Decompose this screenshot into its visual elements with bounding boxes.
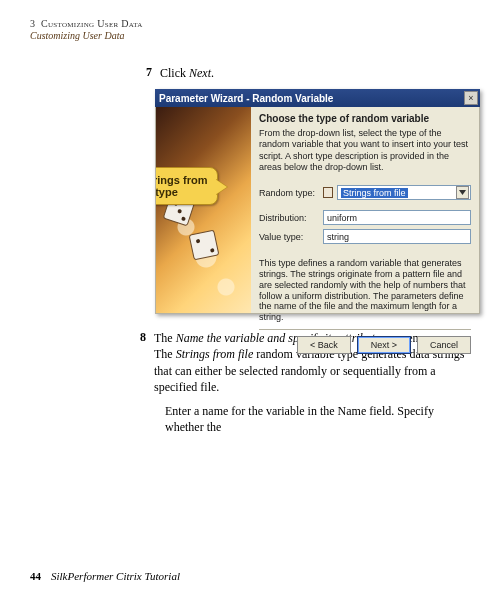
step7-trail: .	[211, 66, 214, 80]
type-description: This type defines a random variable that…	[259, 258, 471, 323]
label-distribution: Distribution:	[259, 213, 319, 223]
value-type-field[interactable]: string	[323, 229, 471, 244]
label-random-type: Random type:	[259, 188, 319, 198]
value-type-value: string	[327, 232, 349, 242]
step-number: 8	[140, 330, 146, 395]
field-value-type: Value type: string	[259, 229, 471, 244]
page-number: 44	[30, 570, 41, 582]
chapter-title: Customizing User Data	[41, 18, 143, 29]
back-button[interactable]: < Back	[297, 336, 351, 354]
next-button[interactable]: Next >	[357, 336, 411, 354]
manual-page: 3 Customizing User Data Customizing User…	[0, 0, 500, 600]
wizard-button-row: < Back Next > Cancel	[259, 329, 471, 354]
dice-icon	[189, 230, 220, 261]
page-footer: 44 SilkPerformer Citrix Tutorial	[30, 570, 180, 582]
callout-line1: Select Strings from	[156, 174, 211, 186]
manual-title: SilkPerformer Citrix Tutorial	[51, 570, 180, 582]
wizard-sidebar-image: Select Strings from file type	[156, 107, 251, 313]
wizard-title: Parameter Wizard - Random Variable	[159, 93, 333, 104]
dropdown-icon[interactable]	[456, 186, 469, 199]
distribution-value: uniform	[327, 213, 357, 223]
random-type-dropdown[interactable]: Strings from file	[337, 185, 471, 200]
type-icon	[323, 187, 333, 198]
t: The	[154, 331, 176, 345]
wizard-titlebar: Parameter Wizard - Random Variable ×	[155, 89, 480, 107]
wizard-window: Parameter Wizard - Random Variable × Sel…	[155, 89, 480, 314]
svg-marker-0	[459, 190, 466, 195]
field-random-type: Random type: Strings from file	[259, 185, 471, 200]
page-header: 3 Customizing User Data	[30, 18, 470, 29]
step8-para2: Enter a name for the variable in the Nam…	[165, 403, 470, 435]
wizard-intro: From the drop-down list, select the type…	[259, 128, 471, 173]
label-value-type: Value type:	[259, 232, 319, 242]
wizard-content: Choose the type of random variable From …	[251, 107, 479, 313]
cancel-button[interactable]: Cancel	[417, 336, 471, 354]
t-italic: Strings from file	[176, 347, 254, 361]
wizard-screenshot: Parameter Wizard - Random Variable × Sel…	[155, 89, 480, 314]
step7-text: Click Next.	[160, 65, 214, 81]
step7-lead: Click	[160, 66, 189, 80]
wizard-heading: Choose the type of random variable	[259, 113, 471, 124]
random-type-value: Strings from file	[341, 188, 408, 198]
t-italic: Name	[338, 404, 367, 418]
step7-row: 7 Click Next.	[140, 65, 470, 81]
distribution-field[interactable]: uniform	[323, 210, 471, 225]
step-number: 7	[140, 65, 152, 81]
t: Enter a name for the variable in the	[165, 404, 338, 418]
callout-line2: file type	[156, 186, 211, 198]
close-button[interactable]: ×	[464, 91, 478, 105]
step7-action: Next	[189, 66, 211, 80]
callout-select-strings: Select Strings from file type	[156, 167, 218, 205]
wizard-body: Select Strings from file type Choose the…	[155, 107, 480, 314]
field-distribution: Distribution: uniform	[259, 210, 471, 225]
chapter-number: 3	[30, 18, 35, 29]
chapter-subtitle: Customizing User Data	[30, 30, 470, 41]
